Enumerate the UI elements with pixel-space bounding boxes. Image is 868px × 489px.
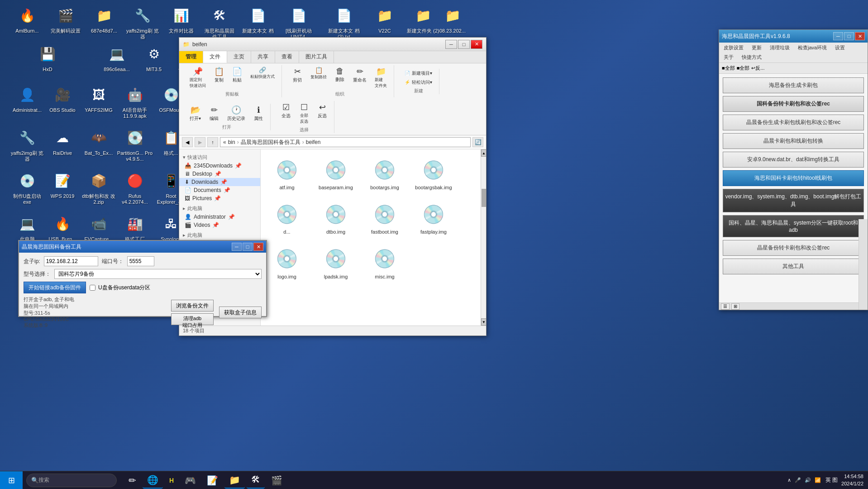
breadcrumb-tool[interactable]: 晶晨海思固国科备份工具 <box>241 139 300 146</box>
properties-button[interactable]: ℹ 属性 <box>250 104 267 123</box>
desktop-icon-yaffs2img-browser[interactable]: 🔧 yaffs2img刷 览器 <box>9 127 45 162</box>
desktop-icon-folder-2023[interactable]: 📁 08.23.202... <box>434 5 471 34</box>
file-item-6[interactable]: 💿 fastboot.img <box>362 197 407 238</box>
tab-picture-tools[interactable]: 图片工具 <box>299 51 334 63</box>
hisense-btn-9[interactable]: 其他工具 <box>723 259 864 274</box>
desktop-icon-687e48d7[interactable]: 📁 687e48d7... <box>86 5 122 34</box>
tab-manage[interactable]: 管理 <box>179 51 203 63</box>
breadcrumb-beifen[interactable]: beifen <box>306 139 321 145</box>
desktop-icon-disk-boot[interactable]: 💿 制作U盘启动 exe <box>9 170 45 205</box>
sidebar-item-documents[interactable]: 📄 Documents 📌 <box>179 186 260 194</box>
address-path[interactable]: « bin › 晶晨海思固国科备份工具 › beifen <box>220 137 471 147</box>
desktop-icon-bat-to-exe[interactable]: 🦇 Bat_To_Ex... <box>81 127 117 156</box>
desktop-icon-line-tool[interactable]: 📄 [线刷开机动 _UNIT4... <box>281 5 317 40</box>
taskbar-folder[interactable]: 📁 <box>224 472 245 489</box>
menu-clean[interactable]: 清理垃圾 <box>766 43 793 52</box>
invert-selection-button[interactable]: ↩ 反选 <box>314 101 330 126</box>
model-select[interactable]: 国科芯片9备份 <box>54 269 262 279</box>
file-item-5[interactable]: 💿 dtbo.img <box>313 197 358 238</box>
sidebar-item-desktop[interactable]: 🖥 Desktop 📌 <box>179 170 260 178</box>
taskbar-code[interactable]: 📝 <box>202 472 223 489</box>
browse-backup-button[interactable]: 浏览备份文件 <box>171 300 214 312</box>
hisense-btn-5[interactable]: 海思和国科卡刷包转hitool线刷包 <box>723 170 864 186</box>
hisense-close[interactable]: ✕ <box>855 32 865 40</box>
hisense-btn-6[interactable]: vendor.img、system.img、dtb.img、boot.img解包… <box>723 189 864 212</box>
file-item-1[interactable]: 💿 baseparam.img <box>313 153 358 194</box>
tab-view[interactable]: 查看 <box>275 51 299 63</box>
taskbar-tool[interactable]: 🛠 <box>247 472 265 489</box>
scroll-down-button[interactable]: ▼ <box>481 318 486 326</box>
forward-button[interactable]: ▶ <box>195 137 205 147</box>
menu-about[interactable]: 关于 <box>720 53 737 62</box>
desktop-icon-896c6eaa[interactable]: 💻 896c6eaa... <box>99 43 135 72</box>
vertical-scrollbar[interactable]: ▲ ▼ <box>481 149 486 326</box>
copy-button[interactable]: 📋 复制 <box>211 65 227 90</box>
rename-button[interactable]: ✏ 重命名 <box>350 65 370 90</box>
minimize-button[interactable]: ─ <box>445 40 457 49</box>
scroll-thumb[interactable] <box>482 189 486 207</box>
desktop-icon-rufus[interactable]: 🔴 Rufus v4.2.2074... <box>117 170 153 205</box>
desktop-icon-perfect-decode[interactable]: 🎬 完美解码设置 <box>48 5 84 34</box>
menu-update[interactable]: 更新 <box>748 43 765 52</box>
desktop-icon-mit35[interactable]: ⚙ MIT3.5 <box>136 43 172 72</box>
menu-skin[interactable]: 皮肤设置 <box>720 43 747 52</box>
desktop-icon-administrator[interactable]: 👤 Administrat... <box>9 84 45 113</box>
tab-share[interactable]: 共享 <box>251 51 275 63</box>
deselect-button[interactable]: ☐ 全部反选 <box>296 101 312 126</box>
userdata-checkbox[interactable] <box>90 285 95 291</box>
file-item-3[interactable]: 💿 bootargsbak.img <box>411 153 456 194</box>
ip-input[interactable] <box>44 256 98 266</box>
paste-button[interactable]: 📄 粘贴 <box>229 65 245 90</box>
desktop-icon-new-text[interactable]: 📄 新建文本文 档 <box>240 5 276 34</box>
backup-close[interactable]: ✕ <box>253 243 263 251</box>
sidebar-item-downloads[interactable]: ⬇ Downloads 📌 <box>179 178 260 186</box>
breadcrumb-bin[interactable]: bin <box>228 139 235 145</box>
pin-quickaccess-button[interactable]: 📌 固定到快速访问 <box>186 65 209 90</box>
desktop-icon-pc-icon[interactable]: 💻 此电脑 <box>9 213 45 242</box>
desktop-icon-format-tool[interactable]: 🏭 格式工厂 <box>117 213 153 242</box>
hisense-minimize[interactable]: ─ <box>833 32 843 40</box>
desktop-icon-ev-capture[interactable]: 📹 EVCapture... <box>81 213 117 242</box>
select-all-button[interactable]: ☑ 全选 <box>278 101 294 126</box>
desktop-icon-wps2019[interactable]: 📝 WPS 2019 <box>44 170 81 199</box>
taskbar-chrome[interactable]: 🌐 <box>143 472 163 489</box>
tab-file[interactable]: 文件 <box>203 51 227 63</box>
expand-icon[interactable]: ∧ <box>787 477 791 483</box>
file-item-9[interactable]: 💿 lpadsk.img <box>313 242 358 283</box>
desktop-icon-file-compare[interactable]: 📊 文件对比器 <box>163 5 199 34</box>
scroll-up-button[interactable]: ▲ <box>481 149 486 157</box>
hisense-btn-4[interactable]: 安卓9.0new.dat.br、dat和img转换工具 <box>723 152 864 168</box>
back-button[interactable]: ◀ <box>182 137 193 147</box>
mic-icon[interactable]: 🎤 <box>795 477 801 483</box>
file-item-0[interactable]: 💿 atf.img <box>264 153 310 194</box>
tab-home[interactable]: 主页 <box>227 51 251 63</box>
hisense-maximize[interactable]: □ <box>844 32 854 40</box>
file-item-7[interactable]: 💿 fastplay.img <box>411 197 456 238</box>
backup-maximize[interactable]: □ <box>243 243 253 251</box>
hisense-btn-7[interactable]: 国科、晶星、海思和晶晨、system分区一键获取root和adb <box>723 215 864 237</box>
backup-minimize[interactable]: ─ <box>232 243 242 251</box>
file-item-4[interactable]: 💿 d... <box>264 197 310 238</box>
hisense-grid-view-button[interactable]: ⊞ <box>731 303 739 310</box>
network-icon[interactable]: 📶 <box>815 477 821 483</box>
desktop-icon-hisense-tool[interactable]: 🛠 海思和晶晨固 件工具 <box>201 5 238 40</box>
new-item-button[interactable]: 📄 新建项目▾ <box>401 69 435 78</box>
hisense-btn-8[interactable]: 晶星备份转卡刷包和改公签rec <box>723 240 864 256</box>
port-input[interactable] <box>127 256 154 266</box>
hisense-btn-0[interactable]: 海思备份生成卡刷包 <box>723 77 864 93</box>
desktop-icon-hxd[interactable]: 💾 HxD <box>29 43 66 72</box>
menu-java[interactable]: 检查java环境 <box>794 43 830 52</box>
hisense-btn-2[interactable]: 晶晨备份生成卡刷包线刷包和改公签rec <box>723 115 864 130</box>
desktop-icon-yaffs2img2[interactable]: 🖼 YAFFS2IMG <box>81 84 117 113</box>
delete-button[interactable]: 🗑 删除 <box>332 65 348 90</box>
up-button[interactable]: ↑ <box>207 137 218 147</box>
hisense-btn-3[interactable]: 晶晨卡刷包和线刷包转换 <box>723 133 864 149</box>
desktop-icon-v22c[interactable]: 📁 V22C <box>367 5 403 34</box>
file-item-2[interactable]: 💿 bootargs.img <box>362 153 407 194</box>
taskbar-hey[interactable]: H <box>165 472 178 489</box>
desktop-icon-partition-guru[interactable]: 💽 PartitionG... Pro v4.9.5... <box>117 127 153 162</box>
sidebar-item-administrator[interactable]: 👤 Administrator 📌 <box>179 213 260 221</box>
sidebar-item-pictures[interactable]: 🖼 Pictures 📌 <box>179 194 260 202</box>
desktop-icon-ai-assistant[interactable]: 🤖 AI语音助手 11.9.9.apk <box>117 84 153 119</box>
desktop-icon-dtb-fix[interactable]: 📦 dtb解包和改 改2.zip <box>81 170 117 205</box>
